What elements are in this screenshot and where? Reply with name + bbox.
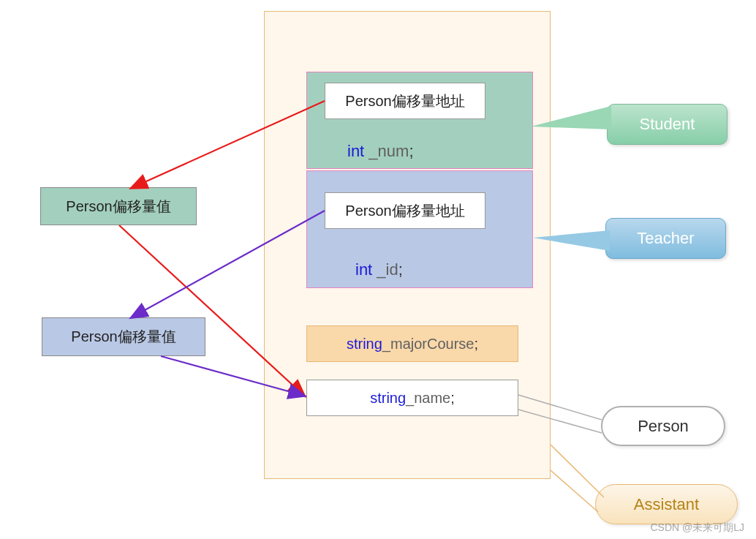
int-keyword: int	[355, 260, 372, 279]
teacher-offset-addr-box: Person偏移量地址	[325, 192, 485, 229]
offset-value-green-box: Person偏移量值	[40, 187, 197, 225]
int-keyword: int	[347, 142, 364, 160]
teacher-callout: Teacher	[605, 218, 726, 259]
string-keyword: string	[347, 336, 382, 353]
assistant-connector-top	[551, 445, 604, 497]
student-offset-addr-box: Person偏移量地址	[325, 83, 485, 119]
name-box: string _name;	[306, 380, 518, 416]
student-callout: Student	[607, 104, 727, 145]
offset-value-green-label: Person偏移量值	[66, 197, 170, 216]
watermark: CSDN @未来可期LJ	[650, 521, 744, 535]
offset-value-blue-box: Person偏移量值	[42, 317, 205, 356]
student-offset-addr-label: Person偏移量地址	[345, 91, 464, 111]
majorcourse-box: string _majorCourse;	[306, 325, 518, 362]
teacher-offset-addr-label: Person偏移量地址	[345, 201, 464, 221]
assistant-connector-bottom	[551, 470, 598, 512]
person-callout-label: Person	[638, 417, 689, 436]
teacher-id-field: int _id;	[355, 260, 403, 279]
string-keyword: string	[370, 390, 406, 407]
semicolon: ;	[409, 142, 413, 160]
name-var: _name	[406, 390, 450, 407]
student-num-field: int _num;	[347, 142, 414, 161]
semicolon: ;	[474, 336, 478, 353]
student-callout-label: Student	[640, 115, 695, 134]
person-callout: Person	[601, 406, 725, 446]
offset-value-blue-label: Person偏移量值	[71, 327, 175, 347]
semicolon: ;	[450, 390, 455, 407]
id-var: _id	[372, 260, 398, 279]
teacher-group	[306, 170, 533, 288]
assistant-callout-label: Assistant	[634, 495, 699, 514]
assistant-callout: Assistant	[595, 484, 738, 524]
semicolon: ;	[398, 260, 403, 279]
num-var: _num	[364, 142, 409, 160]
majorcourse-var: _majorCourse	[382, 336, 475, 353]
teacher-callout-label: Teacher	[637, 229, 694, 248]
